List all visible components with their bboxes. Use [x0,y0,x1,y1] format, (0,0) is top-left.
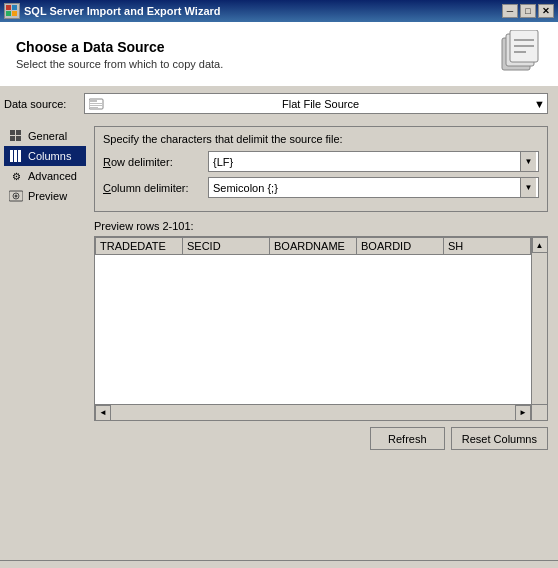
sidebar-item-general[interactable]: General [4,126,86,146]
wizard-icon [498,30,546,78]
svg-point-24 [15,195,18,198]
delimiter-group-box: Specify the characters that delimit the … [94,126,548,212]
datasource-label: Data source: [4,98,76,110]
row-delimiter-select[interactable]: {LF} ▼ [208,151,539,172]
scrollbar-corner [531,404,547,420]
footer: Help < Back Next > Finish >>| Cancel [0,560,558,568]
app-icon [4,3,20,19]
svg-rect-11 [90,100,97,102]
main-area: General Columns ⚙ Advanced [0,118,558,560]
svg-rect-20 [14,150,17,162]
title-bar-left: SQL Server Import and Export Wizard [4,3,221,19]
svg-rect-14 [90,107,98,108]
datasource-value: Flat File Source [282,98,359,110]
group-box-title: Specify the characters that delimit the … [103,133,539,145]
column-delimiter-arrow[interactable]: ▼ [520,178,536,197]
svg-rect-13 [90,105,102,106]
minimize-button[interactable]: ─ [502,4,518,18]
datasource-row: Data source: Flat File Source ▼ [0,87,558,118]
datasource-dropdown-arrow[interactable]: ▼ [534,98,545,110]
preview-rows-label: Preview rows 2-101: [94,220,548,232]
sidebar-item-label-advanced: Advanced [28,170,77,182]
maximize-button[interactable]: □ [520,4,536,18]
datasource-select[interactable]: Flat File Source ▼ [84,93,548,114]
svg-rect-15 [10,130,15,135]
col-header-boardname: BOARDNAME [270,238,357,255]
reset-columns-button[interactable]: Reset Columns [451,427,548,450]
preview-table: TRADEDATE SECID BOARDNAME BOARDID SH [95,237,531,255]
advanced-icon: ⚙ [8,168,24,184]
sidebar-item-columns[interactable]: Columns [4,146,86,166]
sidebar-item-label-columns: Columns [28,150,71,162]
column-delimiter-select[interactable]: Semicolon {;} ▼ [208,177,539,198]
vertical-scrollbar[interactable]: ▲ ▼ [531,237,547,420]
svg-rect-19 [10,150,13,162]
column-delimiter-label: Column delimiter: [103,182,208,194]
row-delimiter-arrow[interactable]: ▼ [520,152,536,171]
sidebar-item-label-preview: Preview [28,190,67,202]
content-panel: Specify the characters that delimit the … [90,118,558,560]
svg-rect-21 [18,150,21,162]
scroll-left-button[interactable]: ◄ [95,405,111,421]
header-text: Choose a Data Source Select the source f… [16,39,223,70]
row-delimiter-label: Row delimiter: [103,156,208,168]
page-title: Choose a Data Source [16,39,223,55]
window-title: SQL Server Import and Export Wizard [24,5,221,17]
row-delimiter-row: Row delimiter: {LF} ▼ [103,151,539,172]
svg-rect-16 [16,130,21,135]
action-buttons: Refresh Reset Columns [94,427,548,450]
svg-rect-17 [10,136,15,141]
preview-icon [8,188,24,204]
svg-rect-3 [12,11,17,16]
col-header-secid: SECID [183,238,270,255]
horizontal-scrollbar[interactable]: ◄ ► [95,404,531,420]
refresh-button[interactable]: Refresh [370,427,445,450]
sidebar-item-preview[interactable]: Preview [4,186,86,206]
col-header-boardid: BOARDID [357,238,444,255]
datasource-icon [87,95,107,113]
sidebar-item-label-general: General [28,130,67,142]
close-button[interactable]: ✕ [538,4,554,18]
row-delimiter-value: {LF} [211,156,520,168]
svg-rect-12 [90,103,102,104]
sidebar: General Columns ⚙ Advanced [0,118,90,560]
title-bar: SQL Server Import and Export Wizard ─ □ … [0,0,558,22]
column-delimiter-value: Semicolon {;} [211,182,520,194]
col-header-sh: SH [444,238,531,255]
column-delimiter-row: Column delimiter: Semicolon {;} ▼ [103,177,539,198]
columns-icon [8,148,24,164]
header: Choose a Data Source Select the source f… [0,22,558,87]
general-icon [8,128,24,144]
preview-table-container: TRADEDATE SECID BOARDNAME BOARDID SH ▲ ▼ [94,236,548,421]
scroll-right-button[interactable]: ► [515,405,531,421]
svg-rect-18 [16,136,21,141]
title-bar-buttons: ─ □ ✕ [502,4,554,18]
svg-rect-0 [6,5,11,10]
scroll-up-button[interactable]: ▲ [532,237,548,253]
page-subtitle: Select the source from which to copy dat… [16,58,223,70]
svg-rect-2 [6,11,11,16]
col-header-tradedate: TRADEDATE [96,238,183,255]
sidebar-item-advanced[interactable]: ⚙ Advanced [4,166,86,186]
svg-rect-1 [12,5,17,10]
